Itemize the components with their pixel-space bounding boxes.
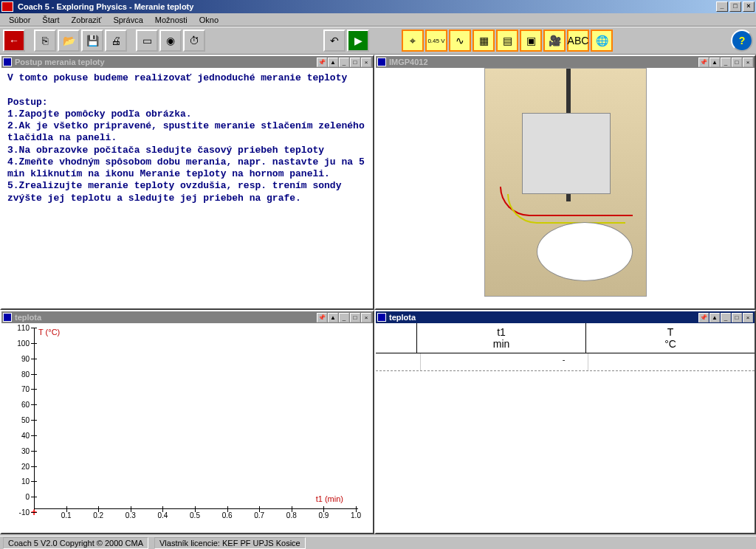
- table-button[interactable]: ▦: [472, 30, 495, 52]
- menu-spravca[interactable]: Správca: [107, 14, 148, 26]
- col1-name: t1: [417, 326, 585, 338]
- status-license: Vlastník licencie: KEF PF UPJS Kosice: [154, 537, 306, 549]
- chart-ytick: 70: [13, 385, 30, 393]
- work-area: Postup merania teploty 📌 ▲ _ □ × V tomto…: [0, 55, 756, 534]
- chart-ytick: 40: [13, 432, 30, 440]
- chart-xtick: 0.9: [318, 511, 329, 519]
- image-button[interactable]: ▣: [520, 30, 542, 52]
- chart-xtick: 0.2: [93, 511, 103, 519]
- menubar: Súbor Štart Zobraziť Správca Možnosti Ok…: [0, 13, 756, 27]
- print-button[interactable]: 🖨: [105, 30, 127, 52]
- pane-max-button[interactable]: □: [732, 313, 742, 322]
- sensor-button[interactable]: ◉: [159, 30, 182, 52]
- col2-unit: °C: [586, 338, 755, 350]
- chart-ytick: 80: [13, 370, 30, 379]
- table-col1-header[interactable]: t1 min: [417, 323, 586, 353]
- col2-name: T: [586, 326, 755, 338]
- panel-button[interactable]: ▭: [136, 30, 158, 52]
- experiment-photo: [484, 68, 647, 297]
- chart-ytick: 20: [13, 463, 30, 471]
- undo-button[interactable]: ↶: [323, 30, 346, 52]
- status-copyright: Coach 5 V2.0 Copyright © 2000 CMA: [3, 537, 148, 549]
- pane-close-button[interactable]: ×: [361, 58, 371, 67]
- menu-moznosti[interactable]: Možnosti: [149, 14, 193, 26]
- chart-xtick: 0.1: [61, 511, 72, 519]
- table-cell: [376, 353, 421, 370]
- temperature-chart[interactable]: T (°C) t1 (min) + -100102030405060708090…: [1, 323, 373, 533]
- chart-ytick: 30: [13, 447, 30, 455]
- pane-chart-titlebar[interactable]: teplota 📌 ▲ _ □ ×: [1, 311, 373, 323]
- pane-close-button[interactable]: ×: [743, 58, 753, 67]
- chart-xtick: 0.5: [190, 511, 200, 519]
- pane-instructions-titlebar[interactable]: Postup merania teploty 📌 ▲ _ □ ×: [1, 56, 373, 68]
- back-button[interactable]: ←: [3, 30, 25, 52]
- pane-image: IMGP4012 📌 ▲ _ □ ×: [374, 55, 756, 310]
- pane-pin-button[interactable]: 📌: [317, 58, 327, 67]
- help-button[interactable]: ?: [731, 30, 753, 52]
- pane-icon: [3, 313, 12, 322]
- pane-max-button[interactable]: □: [350, 313, 360, 322]
- menu-zobrazit[interactable]: Zobraziť: [66, 14, 108, 26]
- notes-button[interactable]: ABC: [567, 30, 589, 52]
- pane-up-button[interactable]: ▲: [709, 313, 720, 322]
- meter-button[interactable]: ⌖: [402, 30, 424, 52]
- statusbar: Coach 5 V2.0 Copyright © 2000 CMA Vlastn…: [0, 536, 756, 549]
- pane-close-button[interactable]: ×: [361, 313, 371, 322]
- pane-min-button[interactable]: _: [721, 313, 731, 322]
- pane-up-button[interactable]: ▲: [709, 58, 720, 67]
- chart-xtick: 0.6: [222, 511, 233, 519]
- video-button[interactable]: 🎥: [543, 30, 566, 52]
- web-button[interactable]: 🌐: [591, 30, 613, 52]
- pane-max-button[interactable]: □: [350, 58, 360, 67]
- pane-image-titlebar[interactable]: IMGP4012 📌 ▲ _ □ ×: [376, 56, 755, 68]
- chart-ytick: 50: [13, 416, 30, 424]
- menu-subor[interactable]: Súbor: [3, 14, 36, 26]
- text-button[interactable]: ▤: [496, 30, 518, 52]
- close-button[interactable]: ×: [743, 1, 755, 12]
- menu-start[interactable]: Štart: [36, 14, 65, 26]
- maximize-button[interactable]: □: [729, 1, 741, 12]
- pane-icon: [377, 58, 386, 66]
- pane-chart: teplota 📌 ▲ _ □ × T (°C) t1 (min) + -100…: [0, 310, 374, 534]
- col1-unit: min: [417, 338, 585, 350]
- pane-pin-button[interactable]: 📌: [317, 313, 327, 322]
- value-button[interactable]: 0.45 V: [425, 30, 447, 52]
- timer-button[interactable]: ⏱: [183, 30, 205, 52]
- table-rowhead: [376, 323, 417, 353]
- chart-ylabel: T (°C): [38, 328, 60, 336]
- pane-max-button[interactable]: □: [732, 58, 742, 67]
- chart-ytick: 10: [13, 477, 30, 486]
- pane-instructions: Postup merania teploty 📌 ▲ _ □ × V tomto…: [0, 55, 374, 310]
- pane-pin-button[interactable]: 📌: [698, 313, 709, 322]
- chart-ytick: 0: [13, 493, 30, 501]
- app-icon: [1, 1, 13, 12]
- pane-table: teplota 📌 ▲ _ □ × t1 min T °C: [374, 310, 756, 534]
- menu-okno[interactable]: Okno: [193, 14, 224, 26]
- pane-table-titlebar[interactable]: teplota 📌 ▲ _ □ ×: [376, 311, 755, 323]
- pane-min-button[interactable]: _: [339, 313, 349, 322]
- pane-instructions-title: Postup merania teploty: [15, 58, 316, 66]
- open-button[interactable]: 📂: [58, 30, 80, 52]
- pane-min-button[interactable]: _: [339, 58, 349, 67]
- pane-min-button[interactable]: _: [721, 58, 731, 67]
- pane-icon: [377, 313, 386, 322]
- copy-button[interactable]: ⎘: [34, 30, 56, 52]
- graph-button[interactable]: ∿: [449, 30, 471, 52]
- chart-ytick: 100: [13, 339, 30, 348]
- table-col2-header[interactable]: T °C: [586, 323, 755, 353]
- chart-xtick: 0.8: [286, 511, 297, 519]
- run-button[interactable]: ▶: [347, 30, 369, 52]
- data-table[interactable]: t1 min T °C -: [376, 323, 755, 533]
- pane-close-button[interactable]: ×: [743, 313, 753, 322]
- chart-ytick: 60: [13, 401, 30, 409]
- table-row[interactable]: -: [376, 353, 755, 371]
- app-title: Coach 5 - Exploring Physics - Meranie te…: [16, 2, 716, 11]
- minimize-button[interactable]: _: [716, 1, 728, 12]
- pane-pin-button[interactable]: 📌: [698, 58, 709, 67]
- save-button[interactable]: 💾: [81, 30, 103, 52]
- pane-up-button[interactable]: ▲: [328, 58, 338, 67]
- pane-up-button[interactable]: ▲: [328, 313, 338, 322]
- pane-chart-title: teplota: [15, 313, 316, 322]
- table-cell: -: [421, 353, 588, 370]
- app-titlebar: Coach 5 - Exploring Physics - Meranie te…: [0, 0, 756, 13]
